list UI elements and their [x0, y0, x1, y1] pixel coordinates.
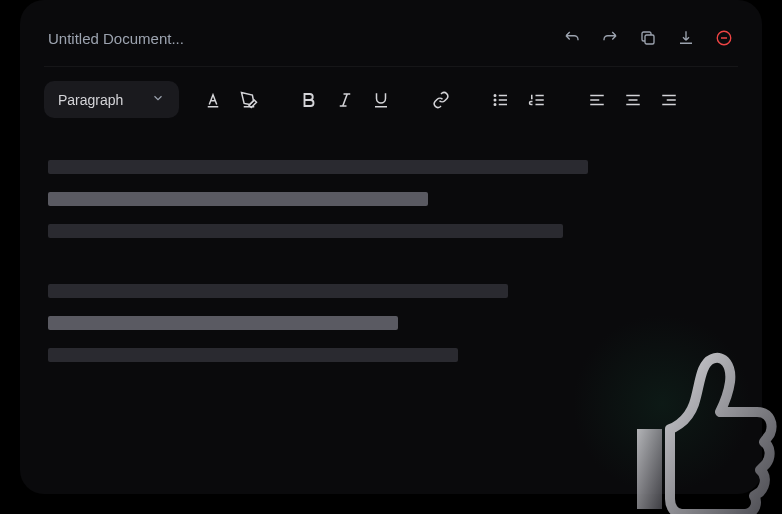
title-actions — [562, 28, 734, 48]
undo-icon[interactable] — [562, 28, 582, 48]
align-right-icon[interactable] — [655, 86, 683, 114]
skeleton-line — [48, 316, 398, 330]
delete-icon[interactable] — [714, 28, 734, 48]
align-center-icon[interactable] — [619, 86, 647, 114]
skeleton-line — [48, 160, 588, 174]
text-color-group — [187, 86, 275, 114]
svg-point-11 — [495, 94, 497, 96]
bold-icon[interactable] — [295, 86, 323, 114]
style-select-label: Paragraph — [58, 92, 123, 108]
list-group — [475, 86, 563, 114]
format-toolbar: Paragraph — [44, 67, 738, 132]
download-icon[interactable] — [676, 28, 696, 48]
italic-icon[interactable] — [331, 86, 359, 114]
skeleton-line — [48, 348, 458, 362]
svg-line-6 — [343, 94, 348, 106]
editor-card: Paragraph — [20, 0, 762, 494]
underline-icon[interactable] — [367, 86, 395, 114]
text-format-group — [283, 86, 407, 114]
numbered-list-icon[interactable] — [523, 86, 551, 114]
skeleton-line — [48, 192, 428, 206]
document-title-input[interactable] — [48, 30, 348, 47]
copy-icon[interactable] — [638, 28, 658, 48]
svg-rect-0 — [645, 35, 654, 44]
highlight-icon[interactable] — [235, 86, 263, 114]
chevron-down-icon — [151, 91, 165, 108]
align-left-icon[interactable] — [583, 86, 611, 114]
link-icon[interactable] — [427, 86, 455, 114]
svg-point-13 — [495, 103, 497, 105]
svg-point-12 — [495, 99, 497, 101]
skeleton-line — [48, 224, 563, 238]
link-group — [415, 86, 467, 114]
document-content[interactable] — [44, 132, 738, 408]
redo-icon[interactable] — [600, 28, 620, 48]
skeleton-line — [48, 284, 508, 298]
align-group — [571, 86, 695, 114]
text-color-icon[interactable] — [199, 86, 227, 114]
bullet-list-icon[interactable] — [487, 86, 515, 114]
paragraph-style-select[interactable]: Paragraph — [44, 81, 179, 118]
title-bar — [44, 20, 738, 67]
